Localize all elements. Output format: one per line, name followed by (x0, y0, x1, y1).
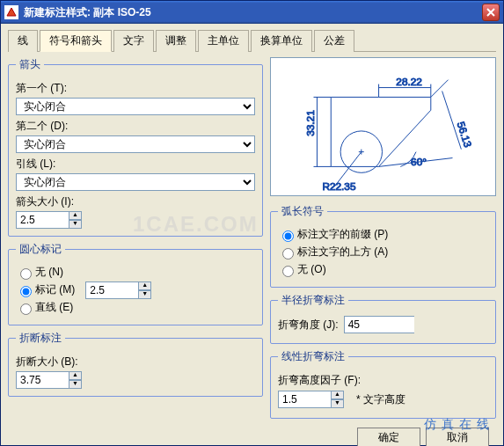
cancel-button[interactable]: 取消 (426, 428, 489, 446)
group-center-marks: 圆心标记 无 (N) 标记 (M) 直线 (E) ▲ ▼ (8, 242, 263, 325)
input-jog-height[interactable] (278, 391, 331, 408)
label-leader-arrow: 引线 (L): (16, 157, 255, 172)
tab-alt-units[interactable]: 换算单位 (251, 30, 312, 52)
app-icon (4, 5, 18, 19)
tab-fit[interactable]: 调整 (156, 30, 196, 52)
radio-arc-preceding[interactable] (282, 230, 294, 242)
arrow-size-up[interactable]: ▲ (69, 211, 82, 220)
tabstrip: 线 符号和箭头 文字 调整 主单位 换算单位 公差 (8, 29, 496, 52)
svg-text:60°: 60° (411, 156, 427, 168)
radio-arc-above[interactable] (282, 248, 294, 260)
legend-dim-break: 折断标注 (16, 331, 65, 346)
svg-text:56.13: 56.13 (455, 121, 475, 150)
radio-arc-none[interactable] (282, 266, 294, 277)
tab-primary-units[interactable]: 主单位 (198, 30, 249, 52)
label-break-size: 折断大小 (B): (16, 355, 255, 369)
legend-center-marks: 圆心标记 (16, 242, 65, 257)
tab-symbols-arrows[interactable]: 符号和箭头 (40, 30, 112, 52)
label-jog-height: 折弯高度因子 (F): (278, 373, 488, 388)
dialog-window: 新建标注样式: 副本 ISO-25 线 符号和箭头 文字 调整 主单位 换算单位… (0, 0, 504, 446)
svg-text:R22.35: R22.35 (322, 180, 356, 193)
label-arrow-size: 箭头大小 (I): (16, 194, 255, 209)
legend-linear-jog: 线性折弯标注 (278, 349, 348, 364)
radio-cm-mark[interactable] (20, 286, 32, 297)
input-jog-angle[interactable] (344, 316, 414, 333)
select-leader-arrow[interactable]: 实心闭合 (16, 173, 255, 191)
label-arc-none: 无 (O) (297, 263, 326, 275)
label-jog-angle: 折弯角度 (J): (278, 318, 339, 333)
group-arrowheads: 箭头 第一个 (T): 实心闭合 第二个 (D): 实心闭合 引线 (L): 实… (8, 57, 263, 237)
hint-text-height: * 文字高度 (356, 392, 405, 407)
label-cm-line: 直线 (E) (35, 301, 73, 313)
input-cm-size[interactable] (85, 281, 138, 299)
cm-size-up[interactable]: ▲ (138, 281, 151, 290)
label-second-arrow: 第二个 (D): (16, 119, 255, 134)
group-dim-break: 折断标注 折断大小 (B): ▲ ▼ (8, 331, 263, 397)
dialog-content: 线 符号和箭头 文字 调整 主单位 换算单位 公差 箭头 第一个 (T): 实心… (1, 24, 503, 446)
break-size-up[interactable]: ▲ (69, 371, 82, 380)
jog-height-up[interactable]: ▲ (331, 391, 344, 399)
window-title: 新建标注样式: 副本 ISO-25 (24, 5, 482, 20)
dimension-preview: 28.22 33.21 56.13 60° R22.35 (270, 57, 496, 196)
legend-radius-jog: 半径折弯标注 (278, 293, 348, 308)
radio-cm-none[interactable] (20, 268, 32, 280)
group-linear-jog: 线性折弯标注 折弯高度因子 (F): ▲ ▼ * 文字高度 (270, 349, 496, 419)
label-arc-above: 标注文字的上方 (A) (297, 245, 388, 258)
legend-arc-length: 弧长符号 (278, 204, 327, 219)
select-first-arrow[interactable]: 实心闭合 (16, 98, 255, 115)
tab-tolerances[interactable]: 公差 (314, 30, 354, 52)
radio-cm-line[interactable] (20, 303, 32, 315)
label-cm-mark: 标记 (M) (35, 283, 75, 296)
group-arc-length: 弧长符号 标注文字的前缀 (P) 标注文字的上方 (A) 无 (O) (270, 204, 496, 288)
group-radius-jog: 半径折弯标注 折弯角度 (J): (270, 293, 496, 344)
tab-text[interactable]: 文字 (113, 30, 154, 52)
label-cm-none: 无 (N) (35, 266, 63, 278)
svg-line-13 (442, 91, 462, 150)
close-button[interactable] (482, 4, 500, 21)
legend-arrowheads: 箭头 (16, 57, 44, 72)
svg-text:28.22: 28.22 (396, 76, 422, 88)
select-second-arrow[interactable]: 实心闭合 (16, 135, 255, 153)
svg-line-11 (431, 80, 449, 98)
close-icon (486, 8, 495, 17)
jog-height-down[interactable]: ▼ (331, 399, 344, 408)
input-break-size[interactable] (16, 371, 69, 389)
break-size-down[interactable]: ▼ (69, 380, 82, 389)
arrow-size-down[interactable]: ▼ (69, 220, 82, 229)
dialog-buttons: 确定 取消 (8, 424, 496, 446)
svg-text:33.21: 33.21 (305, 110, 318, 136)
titlebar: 新建标注样式: 副本 ISO-25 (1, 1, 503, 24)
tab-lines[interactable]: 线 (8, 30, 38, 52)
input-arrow-size[interactable] (16, 211, 69, 229)
cm-size-down[interactable]: ▼ (138, 290, 151, 299)
ok-button[interactable]: 确定 (357, 428, 420, 446)
label-arc-preceding: 标注文字的前缀 (P) (297, 228, 388, 240)
label-first-arrow: 第一个 (T): (16, 81, 255, 96)
